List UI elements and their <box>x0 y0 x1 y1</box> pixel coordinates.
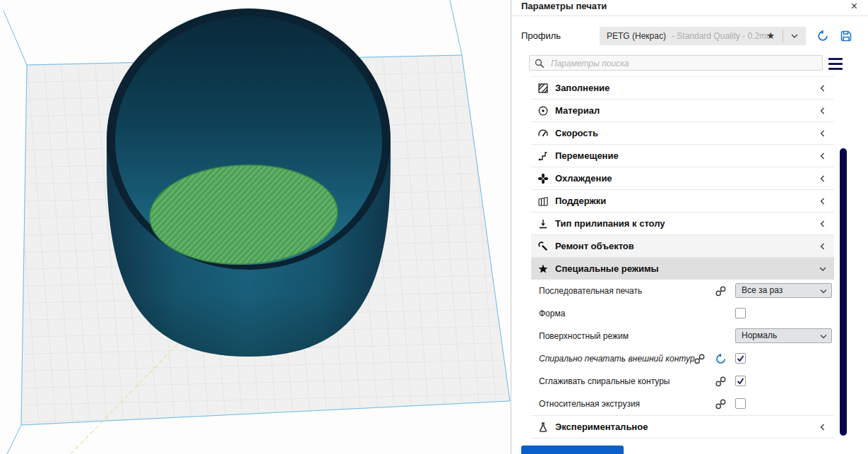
category-label: Охлаждение <box>555 173 612 184</box>
category-label: Перемещение <box>555 150 619 161</box>
setting-spiralize-outer-contour: Спирально печатать внешний контур <box>531 347 834 370</box>
cooling-fan-icon <box>537 173 549 184</box>
search-icon <box>534 58 545 69</box>
chevron-left-icon <box>817 241 828 252</box>
favorite-star-icon: ★ <box>766 27 775 45</box>
search-input[interactable] <box>549 56 814 71</box>
profile-label: Профиль <box>521 27 561 45</box>
setting-label: Поверхностный режим <box>539 325 629 347</box>
reset-profile-icon[interactable] <box>816 30 829 42</box>
setting-mold: Форма <box>531 302 834 325</box>
mold-checkbox[interactable] <box>735 308 746 318</box>
link-icon <box>715 376 727 388</box>
chevron-left-icon <box>817 83 828 94</box>
profile-value: PETG (Некрас) <box>607 27 666 45</box>
print-sequence-select[interactable]: Все за раз <box>735 283 832 298</box>
adhesion-icon <box>537 218 549 229</box>
setting-print-sequence: Последовательная печать Все за раз <box>531 280 834 302</box>
spiralize-checkbox[interactable] <box>735 353 746 364</box>
menu-icon[interactable] <box>828 58 843 71</box>
category-label: Ремонт объектов <box>555 241 634 251</box>
star-icon <box>537 263 549 275</box>
chevron-left-icon <box>817 105 828 117</box>
print-settings-panel: Параметры печати × Профиль PETG (Некрас)… <box>511 0 868 454</box>
infill-icon <box>537 83 549 94</box>
dropdown-divider <box>783 30 783 42</box>
scene-canvas[interactable] <box>0 0 511 454</box>
experimental-flask-icon <box>537 422 549 433</box>
chevron-left-icon <box>817 173 828 184</box>
category-label: Специальные режимы <box>555 263 659 274</box>
relative-extrusion-checkbox[interactable] <box>735 398 746 409</box>
category-supports[interactable]: Поддержки <box>531 190 834 213</box>
chevron-left-icon <box>817 150 828 162</box>
category-adhesion[interactable]: Тип прилипания к столу <box>531 213 834 235</box>
chevron-down-icon <box>789 30 800 42</box>
chevron-down-icon <box>818 285 829 297</box>
reset-value-icon[interactable] <box>715 353 727 365</box>
setting-label: Спирально печатать внешний контур <box>539 347 695 370</box>
category-mesh-fixes[interactable]: Ремонт объектов <box>531 235 834 258</box>
save-profile-icon[interactable] <box>840 30 852 42</box>
setting-relative-extrusion: Относительная экструзия <box>531 393 834 415</box>
setting-smooth-spiralized-contours: Сглаживать спиральные контуры <box>531 370 834 393</box>
speed-icon <box>537 128 549 139</box>
wrench-icon <box>537 241 549 252</box>
setting-label: Сглаживать спиральные контуры <box>539 370 670 393</box>
category-special-modes[interactable]: Специальные режимы <box>531 258 834 280</box>
supports-icon <box>537 196 549 207</box>
chevron-left-icon <box>817 196 828 207</box>
category-speed[interactable]: Скорость <box>531 122 834 145</box>
material-icon <box>537 105 549 117</box>
setting-label: Форма <box>539 302 565 325</box>
chevron-left-icon <box>817 128 828 139</box>
category-label: Поддержки <box>555 196 606 206</box>
category-experimental[interactable]: Экспериментальное <box>531 415 834 438</box>
model-object[interactable] <box>107 8 391 357</box>
search-field[interactable] <box>529 55 823 71</box>
link-icon <box>715 285 727 297</box>
select-value: Нормаль <box>742 329 777 342</box>
settings-category-list: Заполнение Материал <box>531 76 834 438</box>
close-icon[interactable]: × <box>851 0 857 13</box>
category-material[interactable]: Материал <box>531 100 834 122</box>
setting-surface-mode: Поверхностный режим Нормаль <box>531 325 834 347</box>
category-label: Скорость <box>555 128 598 138</box>
setting-label: Относительная экструзия <box>539 393 640 415</box>
travel-icon <box>537 150 549 162</box>
smooth-spiral-checkbox[interactable] <box>735 376 746 386</box>
action-button[interactable] <box>521 446 624 454</box>
surface-mode-select[interactable]: Нормаль <box>735 328 832 343</box>
category-cooling[interactable]: Охлаждение <box>531 167 834 190</box>
link-icon <box>694 353 706 365</box>
category-travel[interactable]: Перемещение <box>531 145 834 167</box>
chevron-down-icon <box>818 330 829 342</box>
chevron-left-icon <box>817 218 828 229</box>
panel-title: Параметры печати <box>521 1 607 11</box>
category-infill[interactable]: Заполнение <box>531 77 834 100</box>
select-value: Все за раз <box>742 284 783 297</box>
category-label: Тип прилипания к столу <box>555 218 665 229</box>
chevron-left-icon <box>817 422 828 433</box>
application-window: Параметры печати × Профиль PETG (Некрас)… <box>0 0 868 454</box>
panel-scrollbar[interactable] <box>840 148 847 436</box>
panel-header: Параметры печати × <box>511 0 868 16</box>
category-label: Заполнение <box>555 83 610 93</box>
category-label: Экспериментальное <box>555 422 648 432</box>
profile-suffix: - Standard Quality - 0.2mm <box>672 27 773 45</box>
link-icon <box>715 398 727 410</box>
profile-dropdown[interactable]: PETG (Некрас) - Standard Quality - 0.2mm… <box>600 27 806 45</box>
3d-viewport[interactable] <box>0 0 511 454</box>
special-modes-settings: Последовательная печать Все за раз <box>531 280 834 415</box>
category-label: Материал <box>555 105 600 116</box>
setting-label: Последовательная печать <box>539 280 642 302</box>
chevron-down-icon <box>817 263 828 275</box>
